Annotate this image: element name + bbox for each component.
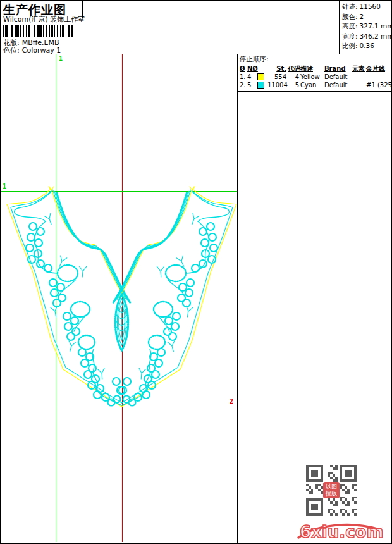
color-table-row: 1.45544YellowDefault [240, 73, 392, 81]
stat-width: 宽度:346.2 mm [342, 32, 392, 42]
qr-code: 以图搜版 [306, 465, 357, 516]
watermark-logo: 6xiu.com [296, 519, 384, 541]
guide-stop-vertical [122, 54, 123, 542]
guide-stop-horizontal [1, 407, 237, 407]
worksheet-page: 1 1 2 [0, 0, 392, 544]
header: 生产作业图 Wilcom(汇京) 装饰工作室 花版:MBffe.EMB 色位:C… [0, 0, 392, 54]
color-table-header: ØNØ St. 代码描述 Brand元素 金片线 [240, 65, 392, 73]
guide-start-vertical [56, 54, 56, 542]
color-table-body: 1.45544YellowDefault2.5110045CyanDefault… [240, 73, 392, 89]
stat-height: 高度:327.1 mm [342, 22, 392, 32]
stats-panel: 针迹:11560 颜色:2 高度:327.1 mm 宽度:346.2 mm 比例… [339, 0, 392, 54]
neckline-band [51, 189, 130, 302]
stat-colors: 颜色:2 [342, 12, 392, 22]
color-swatch [257, 82, 264, 89]
color-table-row: 2.5110045CyanDefault#1 (325) [240, 81, 392, 89]
color-swatch [257, 73, 264, 80]
barcode-icon [3, 25, 73, 37]
stamp-icon: 以图搜版 [323, 482, 340, 498]
right-panel: 停止顺序: ØNØ St. 代码描述 Brand元素 金片线 1.45544Ye… [237, 54, 392, 543]
stop-sequence-title: 停止顺序: [240, 55, 392, 64]
watermark-text: 6xiu.com [300, 522, 384, 541]
colorway-field: 色位:Colorway 1 [3, 46, 61, 55]
stat-stitches: 针迹:11560 [342, 2, 392, 12]
guide-label-stop: 2 [230, 399, 233, 405]
guide-label-start-v: 1 [59, 56, 63, 62]
guide-start-horizontal [1, 191, 237, 192]
studio-subtitle: Wilcom(汇京) 装饰工作室 [3, 15, 85, 24]
stat-scale: 比例:0.36 [342, 41, 392, 51]
color-sequence-table: 停止顺序: ØNØ St. 代码描述 Brand元素 金片线 1.45544Ye… [238, 54, 392, 92]
guide-label-start-h: 1 [3, 183, 6, 190]
